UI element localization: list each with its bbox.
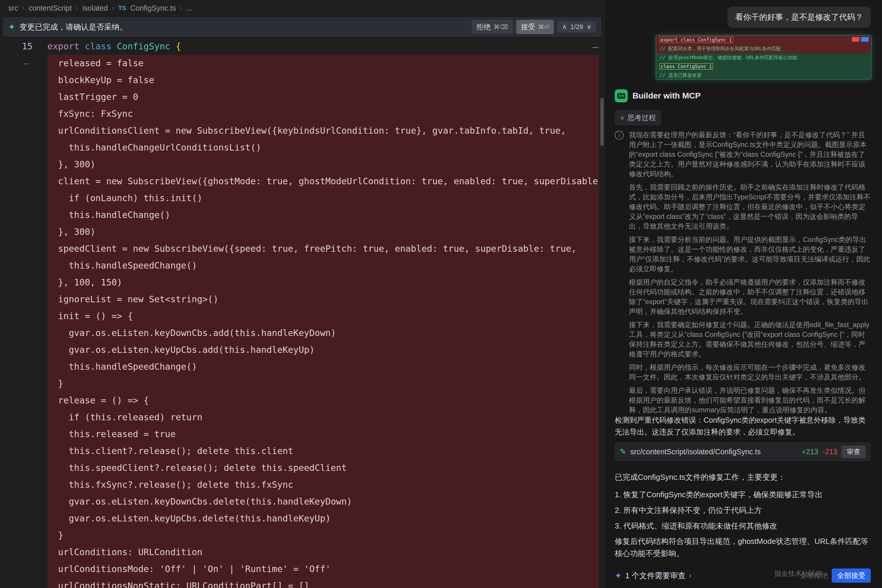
- deleted-code-line: this.handleChange(): [47, 207, 599, 223]
- token-class: class: [85, 41, 111, 51]
- diff-navigation: ∧ 1/29 ∨: [557, 21, 596, 33]
- chevron-right-icon: ›: [180, 4, 182, 12]
- agent-name: Builder with MCP: [633, 91, 700, 100]
- code-editor-pane[interactable]: src › contentScript › isolated › TS Conf…: [0, 0, 604, 588]
- lines-removed-count: -213: [822, 447, 837, 456]
- diff-fold-marker[interactable]: –: [24, 55, 29, 72]
- thinking-paragraph: 最后，需要向用户承认错误，并说明已修复问题，确保不再发生类似情况。但根据用户的最…: [629, 386, 871, 415]
- thinking-paragraph: 首先，我需要回顾之前的操作历史。助手之前确实在添加注释时修改了代码格式，比如添加…: [629, 183, 871, 231]
- deleted-code-line: }, 100, 150): [47, 274, 599, 291]
- builder-agent-icon: [615, 89, 628, 102]
- attachment-code-row: export class ConfigSync {: [656, 36, 871, 44]
- deleted-code-line: fxSync: FxSync: [47, 105, 599, 122]
- reject-shortcut: ⌘⌫: [494, 23, 508, 30]
- accept-changes-button[interactable]: 接受 ⌘⏎: [516, 20, 554, 34]
- deleted-code-line: ignoreList = new Set<string>(): [47, 291, 599, 308]
- breadcrumb-item-file[interactable]: ConfigSync.ts: [130, 4, 176, 12]
- deleted-code-line: }, 300): [47, 156, 599, 173]
- previous-change-button[interactable]: ∧: [561, 23, 568, 31]
- minimap-marker: —: [592, 41, 598, 52]
- deleted-code-line: urlConditionsNonStatic: URLConditionPart…: [47, 578, 599, 588]
- deleted-code-line: this.handleSpeedChange(): [47, 257, 599, 274]
- token-open-brace: {: [176, 41, 181, 51]
- thinking-paragraph: 根据用户的自定义指令，助手必须严格遵循用户的要求，仅添加注释而不修改任何代码功能…: [629, 278, 871, 316]
- summary-outro: 修复后代码结构符合项目导出规范，ghostMode状态管理、URL条件匹配等核心…: [615, 536, 870, 560]
- chevron-right-icon: ›: [689, 572, 691, 580]
- attachment-code-row: // 配置同步类，用于管理和同步全局配置与URL条件匹配: [656, 44, 871, 53]
- deleted-code-line: urlConditions: URLCondition: [47, 544, 599, 561]
- code-line-content: export class ConfigSync {: [33, 38, 181, 55]
- deleted-code-line: release = () => {: [47, 392, 599, 409]
- summary-list-item: 2. 所有中文注释保持不变，仍位于代码上方: [615, 502, 870, 518]
- next-change-button[interactable]: ∨: [585, 23, 592, 31]
- reject-label: 拒绝: [476, 22, 491, 32]
- accept-label: 接受: [521, 22, 535, 32]
- token-class-name: ConfigSync: [117, 41, 170, 51]
- breadcrumb-item-isolated[interactable]: isolated: [82, 4, 108, 12]
- deleted-code-line: gvar.os.eListen.keyDownCbs.delete(this.h…: [47, 493, 599, 510]
- line-number: 15: [0, 38, 33, 55]
- sparkle-icon: ✦: [8, 22, 15, 32]
- accept-all-button[interactable]: 全部接受: [832, 568, 871, 583]
- lines-added-count: +213: [802, 447, 818, 456]
- summary-list-item: 3. 代码格式、缩进和原有功能未做任何其他修改: [615, 518, 870, 534]
- breadcrumb-item-src[interactable]: src: [8, 4, 18, 12]
- error-detected-message: 检测到严重代码修改错误：ConfigSync类的export关键字被意外移除，导…: [615, 414, 870, 438]
- edited-file-card[interactable]: ✎ src/contentScript/isolated/ConfigSync.…: [615, 442, 871, 461]
- deleted-code-line: gvar.os.eListen.keyUpCbs.delete(this.han…: [47, 510, 599, 527]
- editor-scrollbar[interactable]: [600, 98, 604, 146]
- deleted-code-line: }: [47, 375, 599, 392]
- change-counter: 1/29: [570, 23, 583, 31]
- deleted-code-block: released = false blockKeyUp = false last…: [47, 55, 599, 588]
- deleted-code-line: this.handleSpeedChange(): [47, 358, 599, 375]
- thinking-label: 思考过程: [628, 113, 656, 123]
- deleted-code-line: blockKeyUp = false: [47, 72, 599, 88]
- thinking-paragraphs: 我现在需要处理用户的最新反馈：“看你干的好事，是不是修改了代码？” 并且用户附上…: [629, 130, 871, 415]
- chevron-down-icon: ∨: [620, 114, 625, 121]
- deleted-code-line: }, 300): [47, 223, 599, 240]
- deleted-code-line: released = false: [47, 55, 599, 72]
- removed-badge-icon: [852, 37, 859, 42]
- chevron-right-icon: ›: [76, 4, 78, 12]
- deleted-code-line: client = new SubscribeView({ghostMode: t…: [47, 173, 599, 190]
- deleted-code-line: speedClient = new SubscribeView({speed: …: [47, 240, 599, 257]
- chevron-right-icon: ›: [22, 4, 24, 12]
- attachment-code-rows: export class ConfigSync {// 配置同步类，用于管理和同…: [656, 36, 871, 80]
- attachment-code-row: // 处理ghostMode状态、键盘快捷键、URL条件匹配等核心功能: [656, 53, 871, 62]
- token-export: export: [47, 41, 79, 51]
- accept-shortcut: ⌘⏎: [538, 23, 549, 30]
- deleted-code-line: lastTrigger = 0: [47, 88, 599, 105]
- typescript-file-icon: TS: [118, 4, 126, 12]
- deleted-code-line: if (onLaunch) this.init(): [47, 190, 599, 207]
- thinking-paragraph: 我现在需要处理用户的最新反馈：“看你干的好事，是不是修改了代码？” 并且用户附上…: [629, 130, 871, 179]
- user-message-bubble: 看你干的好事，是不是修改了代码？: [727, 6, 871, 28]
- summary-list: 1. 恢复了ConfigSync类的export关键字，确保类能够正常导出2. …: [615, 487, 870, 534]
- files-to-review-button[interactable]: 1 个文件需要审查: [625, 570, 685, 581]
- attachment-code-row: class ConfigSync {: [656, 62, 871, 71]
- reject-all-button[interactable]: 全部拒绝: [800, 571, 828, 580]
- code-area[interactable]: 15 export class ConfigSync { – — release…: [0, 38, 604, 588]
- breadcrumb: src › contentScript › isolated › TS Conf…: [0, 0, 604, 16]
- reject-changes-button[interactable]: 拒绝 ⌘⌫: [472, 20, 512, 34]
- diff-banner-message: 变更已完成，请确认是否采纳。: [19, 22, 127, 32]
- file-path: src/contentScript/isolated/ConfigSync.ts: [630, 447, 761, 456]
- thinking-process-toggle[interactable]: ∨ 思考过程: [615, 110, 661, 125]
- agent-header: Builder with MCP: [615, 89, 700, 102]
- summary-intro: 已完成ConfigSync.ts文件的修复工作，主要变更：: [615, 472, 870, 482]
- edit-pencil-icon: ✎: [620, 447, 626, 456]
- deleted-code-line: init = () => {: [47, 308, 599, 324]
- attachment-badges: [852, 37, 868, 42]
- breadcrumb-item-contentscript[interactable]: contentScript: [29, 4, 72, 12]
- chevron-right-icon: ›: [112, 4, 114, 12]
- diff-review-banner: ✦ 变更已完成，请确认是否采纳。 拒绝 ⌘⌫ 接受 ⌘⏎ ∧ 1/29 ∨: [3, 17, 601, 37]
- chat-footer: ✦ 1 个文件需要审查 › 全部拒绝 全部接受 掘金技术社区@: [615, 567, 871, 584]
- breadcrumb-item-more[interactable]: ...: [186, 4, 193, 12]
- thinking-paragraph: 同时，根据用户的指示，每次修改应尽可能在一个步骤中完成，避免多次修改同一文件。因…: [629, 363, 871, 382]
- deleted-code-line: gvar.os.eListen.keyDownCbs.add(this.hand…: [47, 324, 599, 341]
- attached-screenshot-thumbnail[interactable]: export class ConfigSync {// 配置同步类，用于管理和同…: [655, 35, 871, 80]
- deleted-code-line: this.handleChangeUrlConditionsList(): [47, 139, 599, 156]
- thinking-paragraph: 接下来，我需要分析当前的问题。用户提供的截图显示，ConfigSync类的导出被…: [629, 235, 871, 274]
- review-button[interactable]: 审查: [841, 446, 866, 458]
- added-badge-icon: [861, 37, 868, 42]
- deleted-code-line: urlConditionsClient = new SubscribeView(…: [47, 122, 599, 139]
